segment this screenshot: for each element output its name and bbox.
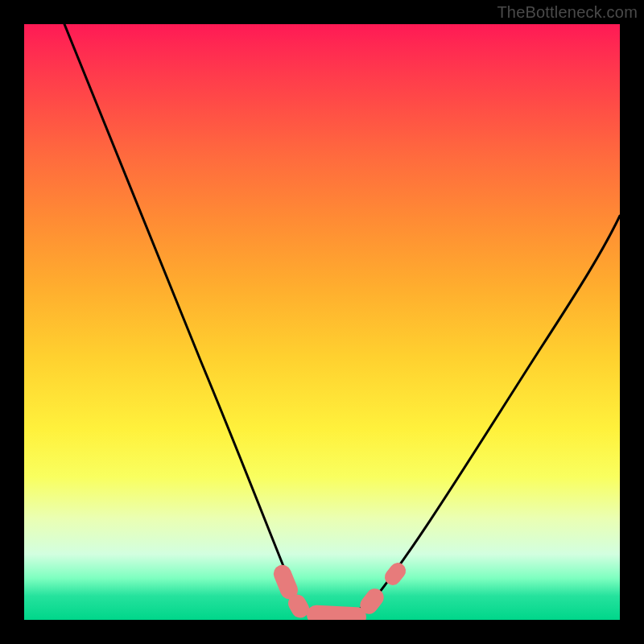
curve-right-branch <box>370 216 620 604</box>
watermark-text: TheBottleneck.com <box>497 3 638 22</box>
curve-left-branch <box>64 24 302 612</box>
chart-svg <box>24 24 620 620</box>
plot-area <box>24 24 620 620</box>
marker-group <box>271 559 410 620</box>
marker-capsule <box>306 605 366 620</box>
chart-frame: TheBottleneck.com <box>0 0 644 644</box>
